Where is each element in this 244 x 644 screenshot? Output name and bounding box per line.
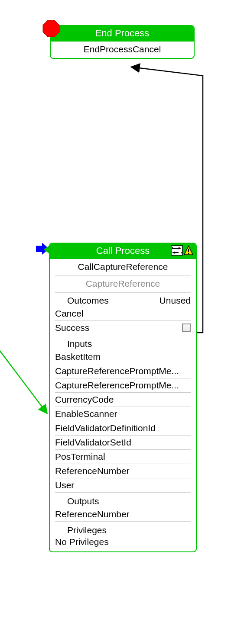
warning-icon (184, 245, 193, 256)
outcome-unused-checkbox[interactable] (182, 324, 191, 332)
input-row-label: FieldValidatorSetId (55, 437, 131, 448)
inputs-label: Inputs (50, 335, 196, 350)
input-row[interactable]: FieldValidatorSetId (50, 436, 196, 449)
input-row-label: PosTerminal (55, 452, 105, 462)
diagram-canvas: End Process EndProcessCancel Call Proces… (0, 0, 244, 644)
node-call-process-title: Call Process (96, 245, 150, 256)
stop-icon (42, 19, 60, 38)
input-row[interactable]: EnableScanner (50, 407, 196, 421)
outcomes-section-header: Outcomes Unused (50, 293, 196, 307)
input-row-label: EnableScanner (55, 409, 117, 419)
outcomes-label: Outcomes (67, 295, 109, 306)
svg-rect-3 (171, 246, 182, 255)
outcome-row[interactable]: Success (50, 321, 196, 335)
input-row-label: CaptureReferencePromptMe... (55, 366, 179, 376)
call-target-process: CaptureReference (50, 276, 196, 292)
privileges-value: No Privileges (50, 536, 196, 551)
output-row[interactable]: ReferenceNumber (50, 507, 196, 521)
outcome-label: Success (55, 323, 89, 333)
input-row-label: User (55, 480, 74, 490)
input-row-label: CaptureReferencePromptMe... (55, 380, 179, 391)
input-row[interactable]: BasketItem (50, 350, 196, 364)
call-arrows-icon (33, 238, 59, 259)
privileges-label: Privileges (50, 522, 196, 536)
input-row[interactable]: CaptureReferencePromptMe... (50, 378, 196, 392)
node-end-process[interactable]: End Process EndProcessCancel (50, 25, 195, 59)
output-row-label: ReferenceNumber (55, 509, 130, 519)
node-call-process-header[interactable]: Call Process (50, 244, 196, 259)
outcome-row[interactable]: Cancel (50, 307, 196, 320)
call-node-name: CallCaptureReference (50, 259, 196, 276)
outcomes-unused-label: Unused (159, 295, 191, 306)
input-row-label: FieldValidatorDefinitionId (55, 423, 156, 433)
node-end-process-header[interactable]: End Process (51, 26, 194, 42)
svg-rect-12 (188, 253, 189, 254)
node-call-process[interactable]: Call Process CallCapture (49, 243, 197, 552)
input-row-label: BasketItem (55, 352, 101, 362)
input-row[interactable]: PosTerminal (50, 450, 196, 464)
input-row[interactable]: FieldValidatorDefinitionId (50, 421, 196, 435)
outputs-label: Outputs (50, 493, 196, 507)
input-row[interactable]: User (50, 478, 196, 492)
svg-rect-11 (188, 249, 189, 252)
input-row[interactable]: CaptureReferencePromptMe... (50, 364, 196, 378)
input-row[interactable]: CurrencyCode (50, 393, 196, 407)
input-row[interactable]: ReferenceNumber (50, 464, 196, 478)
outcome-label: Cancel (55, 308, 83, 319)
svg-marker-0 (43, 20, 59, 37)
node-end-process-name: EndProcessCancel (51, 42, 194, 58)
connector-into-call (0, 340, 47, 413)
input-row-label: ReferenceNumber (55, 466, 130, 476)
input-row-label: CurrencyCode (55, 394, 114, 405)
mapping-icon[interactable] (171, 245, 183, 256)
node-end-process-title: End Process (95, 28, 150, 38)
